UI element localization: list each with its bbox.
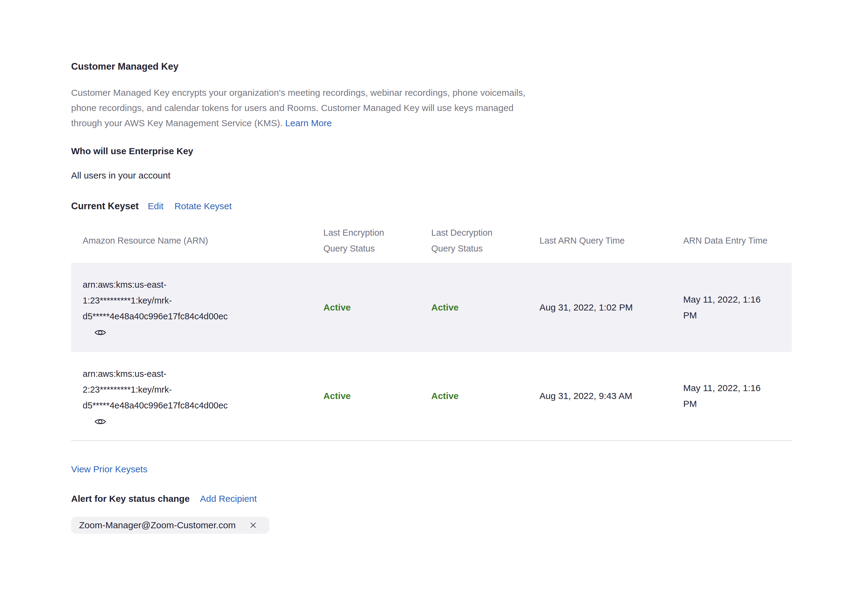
page-title: Customer Managed Key bbox=[71, 61, 868, 72]
page-description: Customer Managed Key encrypts your organ… bbox=[71, 85, 539, 131]
remove-recipient-button[interactable] bbox=[249, 521, 257, 529]
column-header-last-arn-query-time: Last ARN Query Time bbox=[528, 233, 672, 248]
who-will-use-heading: Who will use Enterprise Key bbox=[71, 145, 868, 157]
column-header-arn: Amazon Resource Name (ARN) bbox=[71, 233, 312, 248]
who-will-use-value: All users in your account bbox=[71, 170, 868, 181]
recipient-chip: Zoom-Manager@Zoom-Customer.com bbox=[71, 517, 269, 534]
alert-row: Alert for Key status change Add Recipien… bbox=[71, 493, 868, 505]
rotate-keyset-link[interactable]: Rotate Keyset bbox=[174, 201, 232, 211]
last-arn-query-time: Aug 31, 2022, 1:02 PM bbox=[539, 300, 633, 315]
reveal-arn-button[interactable] bbox=[94, 328, 106, 337]
column-header-arn-data-entry-time: ARN Data Entry Time bbox=[672, 233, 792, 248]
table-row: arn:aws:kms:us-east- 2:23*********1:key/… bbox=[71, 352, 792, 440]
arn-value: arn:aws:kms:us-east- 1:23*********1:key/… bbox=[83, 277, 271, 324]
last-encryption-status: Active bbox=[323, 302, 351, 313]
edit-keyset-link[interactable]: Edit bbox=[148, 201, 164, 211]
last-arn-query-time: Aug 31, 2022, 9:43 AM bbox=[539, 388, 632, 404]
last-decryption-status: Active bbox=[431, 302, 459, 313]
arn-data-entry-time: May 11, 2022, 1:16 PM bbox=[683, 292, 773, 323]
keyset-table: Amazon Resource Name (ARN) Last Encrypti… bbox=[71, 218, 792, 441]
customer-managed-key-page: Customer Managed Key Customer Managed Ke… bbox=[0, 0, 868, 534]
table-row: arn:aws:kms:us-east- 1:23*********1:key/… bbox=[71, 263, 792, 352]
add-recipient-link[interactable]: Add Recipient bbox=[200, 494, 257, 504]
column-header-last-decryption: Last Decryption Query Status bbox=[420, 225, 528, 256]
alert-heading: Alert for Key status change bbox=[71, 493, 190, 505]
eye-icon bbox=[94, 418, 106, 426]
current-keyset-row: Current Keyset Edit Rotate Keyset bbox=[71, 200, 868, 212]
recipient-email: Zoom-Manager@Zoom-Customer.com bbox=[79, 520, 236, 530]
close-icon bbox=[249, 521, 257, 529]
arn-data-entry-time: May 11, 2022, 1:16 PM bbox=[683, 380, 773, 412]
arn-cell: arn:aws:kms:us-east- 1:23*********1:key/… bbox=[71, 263, 312, 352]
column-header-last-encryption: Last Encryption Query Status bbox=[312, 225, 420, 256]
reveal-arn-button[interactable] bbox=[94, 418, 106, 426]
eye-icon bbox=[94, 328, 106, 337]
arn-cell: arn:aws:kms:us-east- 2:23*********1:key/… bbox=[71, 352, 312, 440]
view-prior-keysets-link[interactable]: View Prior Keysets bbox=[71, 463, 148, 475]
keyset-table-header: Amazon Resource Name (ARN) Last Encrypti… bbox=[71, 218, 792, 263]
table-bottom-divider bbox=[71, 440, 792, 441]
last-decryption-status: Active bbox=[431, 391, 459, 401]
learn-more-link[interactable]: Learn More bbox=[285, 118, 332, 128]
last-encryption-status: Active bbox=[323, 391, 351, 401]
current-keyset-heading: Current Keyset bbox=[71, 200, 139, 212]
arn-value: arn:aws:kms:us-east- 2:23*********1:key/… bbox=[83, 366, 271, 413]
